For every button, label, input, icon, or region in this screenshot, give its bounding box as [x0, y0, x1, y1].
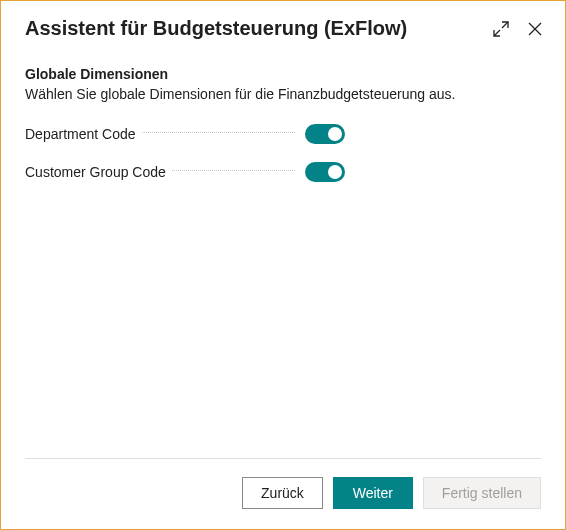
toggle-department-code[interactable]	[305, 124, 345, 144]
header-controls	[491, 19, 545, 39]
toggle-knob	[328, 127, 342, 141]
dialog-footer: Zurück Weiter Fertig stellen	[1, 459, 565, 529]
dialog-content: Globale Dimensionen Wählen Sie globale D…	[1, 48, 565, 458]
dialog-header: Assistent für Budgetsteuerung (ExFlow)	[1, 1, 565, 48]
leader-dots	[172, 170, 295, 171]
field-label: Customer Group Code	[25, 164, 166, 180]
leader-dots	[142, 132, 295, 133]
field-row-department-code: Department Code	[25, 124, 345, 144]
field-row-customer-group-code: Customer Group Code	[25, 162, 345, 182]
section-description: Wählen Sie globale Dimensionen für die F…	[25, 86, 541, 102]
next-button[interactable]: Weiter	[333, 477, 413, 509]
toggle-customer-group-code[interactable]	[305, 162, 345, 182]
field-label: Department Code	[25, 126, 136, 142]
dialog-title: Assistent für Budgetsteuerung (ExFlow)	[25, 17, 491, 40]
back-button[interactable]: Zurück	[242, 477, 323, 509]
finish-button: Fertig stellen	[423, 477, 541, 509]
budget-control-wizard-dialog: Assistent für Budgetsteuerung (ExFlow) G…	[0, 0, 566, 530]
section-title: Globale Dimensionen	[25, 66, 541, 82]
toggle-knob	[328, 165, 342, 179]
expand-icon[interactable]	[491, 19, 511, 39]
close-icon[interactable]	[525, 19, 545, 39]
